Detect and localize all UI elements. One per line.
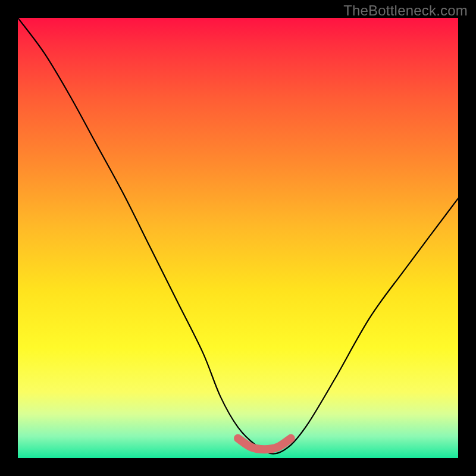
bottleneck-curve-path <box>18 18 458 454</box>
plot-area <box>18 18 458 458</box>
watermark-label: TheBottleneck.com <box>343 2 468 19</box>
optimal-zone-path <box>238 439 291 450</box>
chart-svg <box>18 18 458 458</box>
chart-frame: TheBottleneck.com <box>0 0 476 476</box>
